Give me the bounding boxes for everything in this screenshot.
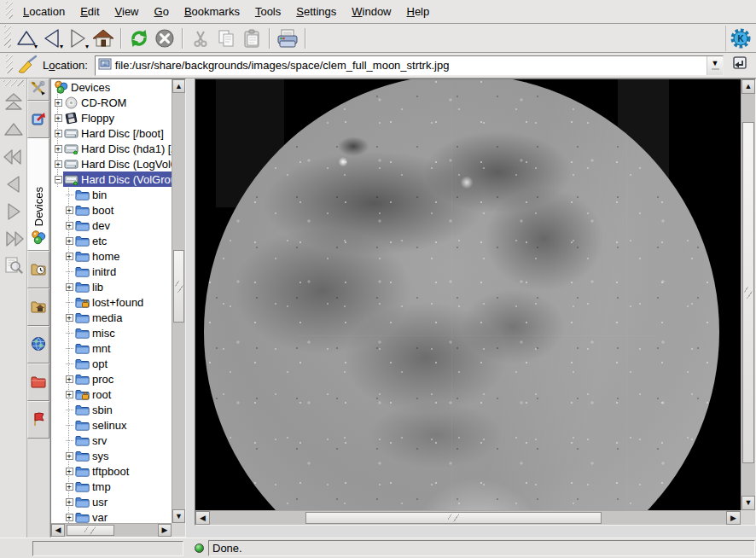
tree-expander[interactable]: + — [66, 498, 73, 506]
tree-horizontal-scrollbar[interactable]: ◀ ▶ — [51, 523, 172, 537]
tree-vertical-scrollbar[interactable]: ▲ ▼ — [172, 79, 185, 523]
toolbar-drag-handle[interactable] — [4, 26, 11, 48]
tree-expander[interactable]: + — [55, 130, 62, 137]
tree-item-tmp[interactable]: +tmp — [51, 479, 172, 494]
tree-item-bin[interactable]: bin — [51, 187, 172, 202]
tree-item-hard-disc-logvol0[interactable]: +Hard Disc (LogVol0 — [51, 156, 172, 171]
cut-button[interactable] — [188, 26, 213, 51]
tree-expander[interactable]: + — [66, 452, 73, 460]
home-button[interactable] — [90, 26, 116, 51]
nav-double-up-button[interactable] — [2, 90, 26, 116]
paste-button[interactable] — [239, 26, 265, 51]
tree-item-misc[interactable]: misc — [51, 325, 172, 340]
sidebar-tab-root-folder[interactable] — [27, 363, 49, 401]
menu-view[interactable]: View — [108, 2, 147, 21]
menu-bookmarks[interactable]: Bookmarks — [177, 2, 247, 21]
view-vscroll-thumb[interactable] — [742, 122, 754, 463]
location-dropdown-button[interactable]: ▼ — [707, 56, 723, 75]
sidebar-configure-button[interactable] — [27, 78, 49, 101]
scroll-left-button[interactable]: ◀ — [195, 511, 210, 525]
locationbar-drag-handle[interactable] — [6, 55, 13, 73]
sidebar-tab-history[interactable] — [27, 251, 49, 288]
tree-item-initrd[interactable]: initrd — [51, 264, 172, 279]
tree-item-devices[interactable]: Devices — [51, 79, 172, 95]
sidebar-tab-services[interactable] — [27, 401, 49, 439]
tree-expander[interactable]: + — [55, 99, 62, 107]
tree-expander[interactable]: + — [66, 206, 73, 214]
tree-hscroll-thumb[interactable] — [67, 525, 114, 536]
tree-item-lib[interactable]: +lib — [51, 279, 172, 294]
sidebar-tab-home[interactable] — [27, 288, 49, 326]
tree-item-hard-disc-hda1-[interactable]: +Hard Disc (hda1) [/ — [51, 141, 172, 156]
menu-settings[interactable]: Settings — [288, 2, 344, 21]
tree-item-dev[interactable]: +dev — [51, 218, 172, 233]
back-button[interactable]: ▾ — [39, 26, 65, 51]
tree-item-hard-disc-boot-[interactable]: +Hard Disc [/boot] — [51, 125, 172, 141]
tree-expander[interactable]: + — [66, 237, 73, 245]
tree-item-mnt[interactable]: mnt — [51, 340, 172, 356]
sidebar-tab-network[interactable] — [27, 326, 49, 363]
scroll-down-button[interactable]: ▼ — [741, 496, 755, 510]
nav-double-left-button[interactable] — [2, 145, 26, 171]
sidebar-tab-devices[interactable]: Devices — [27, 138, 49, 251]
moon-image-view[interactable] — [195, 79, 741, 510]
scroll-down-button[interactable]: ▼ — [172, 509, 185, 523]
print-button[interactable] — [275, 26, 300, 51]
tree-expander[interactable]: + — [66, 468, 73, 475]
tree-item-etc[interactable]: +etc — [51, 233, 172, 248]
view-vertical-scrollbar[interactable]: ▲ ▼ — [741, 79, 755, 510]
location-combobox[interactable]: file:/usr/share/backgrounds/images/space… — [95, 55, 724, 76]
nav-left-button[interactable] — [2, 172, 26, 198]
tree-expander[interactable]: + — [66, 483, 73, 491]
menu-help[interactable]: Help — [399, 2, 438, 21]
menu-tools[interactable]: Tools — [247, 2, 288, 21]
clear-location-button[interactable] — [15, 55, 39, 77]
scroll-right-button[interactable]: ▶ — [158, 524, 172, 537]
scroll-right-button[interactable]: ▶ — [726, 511, 741, 525]
tree-item-hard-disc-volgrou[interactable]: −Hard Disc (VolGrou — [51, 171, 172, 187]
tree-vscroll-thumb[interactable] — [173, 250, 184, 323]
tree-item-sys[interactable]: +sys — [51, 448, 172, 463]
view-hscroll-thumb[interactable] — [305, 512, 602, 524]
tree-item-tftpboot[interactable]: +tftpboot — [51, 463, 172, 479]
tree-item-media[interactable]: +media — [51, 310, 172, 325]
tree-item-cd-rom[interactable]: +CD-ROM — [51, 95, 172, 110]
up-button[interactable]: ▾ — [14, 26, 39, 51]
nav-up-button[interactable] — [2, 118, 26, 143]
tree-expander[interactable]: − — [55, 176, 62, 183]
tree-expander[interactable]: + — [66, 314, 73, 322]
menu-go[interactable]: Go — [147, 2, 177, 21]
scroll-left-button[interactable]: ◀ — [51, 524, 65, 537]
tree-expander[interactable]: + — [66, 391, 73, 398]
tree-item-proc[interactable]: +proc — [51, 371, 172, 387]
menu-edit[interactable]: Edit — [73, 2, 107, 21]
menubar-drag-handle[interactable] — [6, 2, 13, 19]
nav-toolbar-drag-handle[interactable] — [3, 80, 24, 86]
location-input[interactable]: file:/usr/share/backgrounds/images/space… — [96, 56, 707, 75]
tree-expander[interactable]: + — [55, 114, 62, 122]
reload-button[interactable] — [126, 26, 152, 51]
tree-expander[interactable]: + — [55, 160, 62, 168]
tree-item-selinux[interactable]: selinux — [51, 417, 172, 433]
tree-item-home[interactable]: +home — [51, 248, 172, 264]
stop-button[interactable] — [152, 26, 177, 51]
tree-expander[interactable]: + — [66, 375, 73, 383]
copy-button[interactable] — [213, 26, 239, 51]
tree-expander[interactable]: + — [66, 253, 73, 260]
panel-splitter[interactable] — [186, 78, 195, 538]
tree-item-boot[interactable]: +boot — [51, 202, 172, 218]
tree-item-srv[interactable]: srv — [51, 433, 172, 448]
tree-item-opt[interactable]: opt — [51, 356, 172, 371]
tree-expander[interactable]: + — [66, 514, 73, 521]
tree-item-floppy[interactable]: +Floppy — [51, 110, 172, 125]
menu-location[interactable]: Location — [15, 2, 73, 21]
tree-item-root[interactable]: +root — [51, 387, 172, 402]
tree-item-usr[interactable]: +usr — [51, 494, 172, 509]
view-horizontal-scrollbar[interactable]: ◀ ▶ — [195, 510, 741, 525]
nav-find-button[interactable] — [2, 254, 26, 280]
forward-button[interactable]: ▾ — [65, 26, 90, 51]
tree-item-var[interactable]: +var — [51, 509, 172, 523]
tree-expander[interactable]: + — [66, 222, 73, 230]
tree-item-lost+found[interactable]: lost+found — [51, 294, 172, 310]
sidebar-tab-bookmarks[interactable] — [27, 101, 49, 138]
